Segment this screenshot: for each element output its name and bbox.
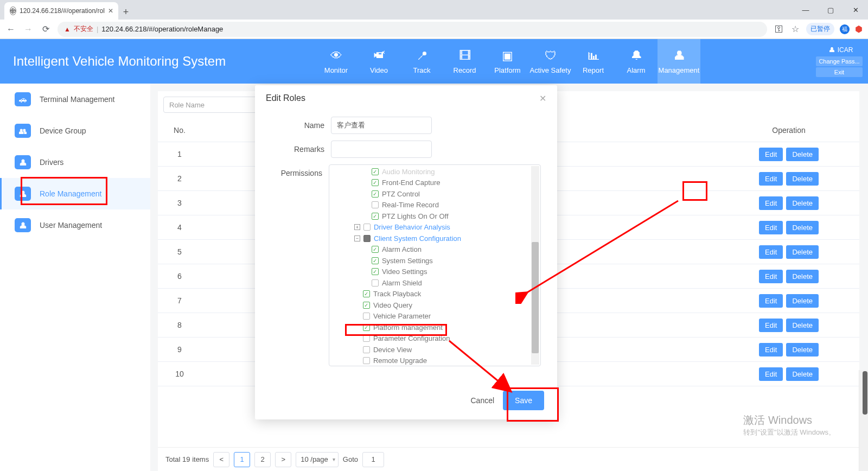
- reload-button[interactable]: ⟳: [40, 24, 51, 34]
- checkbox[interactable]: [363, 235, 371, 242]
- edit-button[interactable]: Edit: [759, 294, 783, 308]
- edit-button[interactable]: Edit: [759, 343, 783, 357]
- edit-button[interactable]: Edit: [759, 319, 783, 332]
- tree-node[interactable]: ✓Video Settings: [329, 266, 540, 278]
- checkbox[interactable]: ✓: [372, 179, 379, 186]
- tree-node[interactable]: ✓System Settings: [329, 255, 540, 266]
- checkbox[interactable]: ✓: [372, 190, 379, 198]
- next-page-button[interactable]: >: [275, 452, 291, 467]
- delete-button[interactable]: Delete: [786, 343, 819, 357]
- edit-button[interactable]: Edit: [759, 270, 783, 283]
- tree-node[interactable]: ✓Platform management: [329, 322, 540, 333]
- tree-node[interactable]: ✓PTZ Lights On Or Off: [329, 211, 540, 222]
- delete-button[interactable]: Delete: [786, 196, 819, 210]
- profile-avatar[interactable]: 福: [840, 24, 850, 34]
- key-icon[interactable]: ⚿: [774, 24, 784, 34]
- page-scrollbar[interactable]: [859, 370, 868, 471]
- edit-button[interactable]: Edit: [759, 245, 783, 259]
- remarks-input[interactable]: [331, 141, 432, 158]
- scrollbar[interactable]: [531, 166, 539, 365]
- tree-node[interactable]: +Driver Behavior Analysis: [329, 222, 540, 233]
- star-icon[interactable]: ☆: [790, 24, 801, 34]
- new-tab-button[interactable]: +: [118, 4, 133, 20]
- nav-video[interactable]: 📹︎Video: [358, 39, 400, 84]
- delete-button[interactable]: Delete: [786, 270, 819, 283]
- save-button[interactable]: Save: [503, 391, 544, 410]
- checkbox[interactable]: ✓: [363, 290, 370, 297]
- delete-button[interactable]: Delete: [786, 172, 819, 186]
- delete-button[interactable]: Delete: [786, 221, 819, 234]
- page-2-button[interactable]: 2: [254, 452, 271, 467]
- role-name-input[interactable]: Role Name: [163, 97, 260, 113]
- tree-node[interactable]: Vehicle Parameter: [329, 311, 540, 322]
- delete-button[interactable]: Delete: [786, 245, 819, 259]
- forward-button[interactable]: →: [23, 24, 34, 34]
- permissions-tree[interactable]: ✓Audio Monitoring✓Front-End Capture✓PTZ …: [329, 164, 541, 366]
- minimize-button[interactable]: —: [793, 0, 818, 20]
- sidebar-item-role-management[interactable]: 👤︎Role Management: [0, 178, 150, 209]
- tree-node[interactable]: ✓Video Query: [329, 300, 540, 311]
- tree-node[interactable]: ✓PTZ Control: [329, 188, 540, 200]
- exit-button[interactable]: Exit: [816, 67, 863, 77]
- page-size-select[interactable]: 10 /page: [296, 452, 339, 467]
- sidebar-item-user-management[interactable]: 👤︎User Management: [0, 209, 150, 241]
- nav-record[interactable]: 🎞︎Record: [443, 39, 486, 84]
- nav-monitor[interactable]: 👁︎Monitor: [315, 39, 358, 84]
- close-icon[interactable]: ✕: [539, 93, 546, 104]
- tree-node[interactable]: Alarm Shield: [329, 277, 540, 289]
- checkbox[interactable]: ✓: [372, 168, 379, 175]
- tree-node[interactable]: Device View: [329, 344, 540, 355]
- delete-button[interactable]: Delete: [786, 148, 819, 161]
- sidebar-item-drivers[interactable]: 👤︎Drivers: [0, 147, 150, 178]
- tree-node[interactable]: Remote Upgrade: [329, 355, 540, 367]
- close-window-button[interactable]: ✕: [843, 0, 868, 20]
- checkbox[interactable]: ✓: [363, 302, 370, 309]
- nav-platform[interactable]: ▣︎Platform: [486, 39, 529, 84]
- tree-node[interactable]: ✓Alarm Action: [329, 244, 540, 256]
- maximize-button[interactable]: ▢: [818, 0, 843, 20]
- edit-button[interactable]: Edit: [759, 172, 783, 186]
- expander-icon[interactable]: +: [354, 224, 360, 230]
- tree-node[interactable]: Real-Time Record: [329, 200, 540, 211]
- expander-icon[interactable]: −: [354, 236, 360, 241]
- checkbox[interactable]: ✓: [372, 268, 379, 275]
- tree-node[interactable]: ✓Audio Monitoring: [329, 166, 540, 177]
- checkbox[interactable]: ✓: [372, 246, 379, 253]
- paused-chip[interactable]: 已暂停: [806, 23, 834, 35]
- url-input[interactable]: ▲ 不安全 | 120.24.66.218/#/operation/roleMa…: [58, 22, 767, 37]
- tree-node[interactable]: −Client System Configuration: [329, 233, 540, 244]
- name-input[interactable]: 客户查看: [331, 117, 432, 134]
- close-icon[interactable]: ✕: [108, 7, 113, 15]
- extension-icon[interactable]: ⬢: [855, 24, 863, 34]
- checkbox[interactable]: ✓: [372, 257, 379, 264]
- sidebar-item-device-group[interactable]: 👥︎Device Group: [0, 115, 150, 147]
- checkbox[interactable]: [363, 357, 370, 364]
- cancel-button[interactable]: Cancel: [470, 396, 494, 405]
- prev-page-button[interactable]: <: [213, 452, 229, 467]
- checkbox[interactable]: [363, 346, 370, 353]
- tree-node[interactable]: Parameter Configuration: [329, 333, 540, 345]
- checkbox[interactable]: [372, 201, 379, 208]
- delete-button[interactable]: Delete: [786, 367, 819, 381]
- change-password-button[interactable]: Change Pass...: [816, 56, 863, 66]
- checkbox[interactable]: ✓: [363, 324, 370, 331]
- tree-node[interactable]: ✓Front-End Capture: [329, 177, 540, 189]
- delete-button[interactable]: Delete: [786, 294, 819, 308]
- sidebar-item-terminal-management[interactable]: 🚗︎Terminal Management: [0, 84, 150, 115]
- checkbox[interactable]: [363, 335, 370, 342]
- nav-report[interactable]: 📊︎Report: [572, 39, 615, 84]
- edit-button[interactable]: Edit: [759, 367, 783, 381]
- checkbox[interactable]: ✓: [372, 213, 379, 220]
- edit-button[interactable]: Edit: [759, 148, 783, 161]
- checkbox[interactable]: [363, 313, 370, 320]
- checkbox[interactable]: [363, 224, 371, 231]
- back-button[interactable]: ←: [5, 24, 16, 34]
- nav-track[interactable]: 📍︎Track: [400, 39, 443, 84]
- edit-button[interactable]: Edit: [759, 221, 783, 234]
- nav-alarm[interactable]: 🔔︎Alarm: [615, 39, 658, 84]
- goto-input[interactable]: 1: [362, 452, 384, 467]
- delete-button[interactable]: Delete: [786, 319, 819, 332]
- tree-node[interactable]: ✓Track Playback: [329, 289, 540, 300]
- checkbox[interactable]: [372, 279, 379, 287]
- edit-button[interactable]: Edit: [759, 196, 783, 210]
